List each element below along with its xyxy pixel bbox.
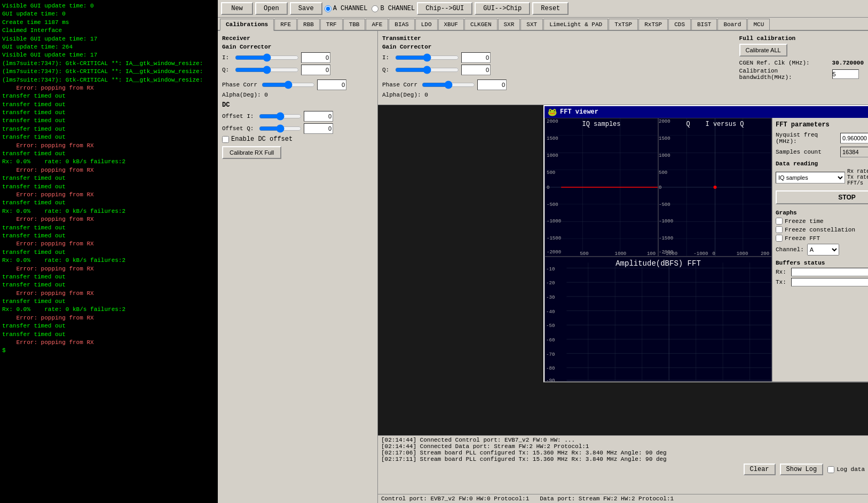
offset-i-slider[interactable] [259,112,302,121]
tab-rfe[interactable]: RFE [274,19,297,30]
stop-button[interactable]: STOP [776,190,868,204]
channel-select[interactable]: A B [807,244,839,256]
tabs-bar: CalibrationsRFERBBTRFTBBAFEBIASLDOXBUFCL… [218,18,868,31]
rx-i-input[interactable] [301,52,330,63]
rx-q-label: Q: [222,67,233,73]
rx-phase-slider[interactable] [262,81,315,89]
fft-titlebar[interactable]: 🐸 FFT viewer _ □ ✕ [545,106,868,118]
console-line: transfer timed out [2,281,216,289]
samples-count-input[interactable] [840,147,868,157]
tab-trf[interactable]: TRF [320,19,343,30]
chip-to-gui-button[interactable]: Chip-->GUI [417,2,472,15]
rx-i-slider[interactable] [235,53,299,62]
tab-rxtsp[interactable]: RxTSP [638,19,668,30]
offset-q-input[interactable] [304,123,333,134]
tx-phase-slider[interactable] [422,81,475,89]
tab-clkgen[interactable]: CLKGEN [464,19,498,30]
console-line: transfer timed out [2,224,216,232]
tab-limelight---pad[interactable]: LimeLight & PAD [543,19,608,30]
show-log-button[interactable]: Show Log [780,464,824,475]
buffers-status-heading: Buffers status [776,260,868,266]
control-port-status: Control port: EVB7_v2 FW:0 HW:0 Protocol… [381,496,529,502]
reset-button[interactable]: Reset [532,2,569,15]
console-line: transfer timed out [2,125,216,133]
rx-phase-input[interactable] [317,79,346,90]
svg-text:-2000: -2000 [547,250,561,255]
new-button[interactable]: New [221,2,253,15]
gui-to-chip-button[interactable]: GUI-->Chip [475,2,530,15]
console-line: Error: popping from RX [2,166,216,174]
transmitter-section: Transmitter Gain Corrector I: Q: [382,35,723,100]
a-channel-radio[interactable] [325,5,332,12]
tab-tbb[interactable]: TBB [343,19,366,30]
console-line: (lms7suite:7347): Gtk-CRITICAL **: IA__g… [2,68,216,76]
tab-sxr[interactable]: SXR [498,19,520,30]
svg-text:1500: 1500 [547,136,558,141]
data-reading-heading: Data reading [776,161,868,167]
right-calibrations: Transmitter Gain Corrector I: Q: [378,31,868,503]
freeze-fft-label: Freeze FFT [785,235,820,242]
fft-chart-title: Amplitude(dBFS) FFT [616,259,701,268]
log-data-checkbox[interactable] [827,466,834,473]
tab-calibrations[interactable]: Calibrations [220,19,274,31]
tx-rate-value: Tx rate: 0 B/s [847,174,868,180]
console-line: transfer timed out [2,273,216,281]
tx-q-input[interactable] [461,65,491,75]
offset-i-input[interactable] [304,111,333,122]
nyquist-label: Nyquist freq (MHz): [776,132,838,145]
tx-q-label: Q: [382,67,393,73]
tab-sxt[interactable]: SXT [520,19,543,30]
console-line: Visible GUI update time: 0 [2,2,216,10]
a-channel-label[interactable]: A CHANNEL [325,5,368,12]
b-channel-radio[interactable] [372,5,378,12]
save-button[interactable]: Save [290,2,322,15]
tab-ldo[interactable]: LDO [415,19,438,30]
nyquist-input[interactable] [840,133,868,143]
tx-phase-input[interactable] [477,79,507,90]
i-vs-q-title: Q I versus Q [686,121,744,128]
tab-board[interactable]: Board [717,19,747,30]
console-line: transfer timed out [2,331,216,339]
console-line: transfer timed out [2,101,216,109]
freeze-time-checkbox[interactable] [776,218,783,225]
freeze-constellation-checkbox[interactable] [776,226,783,233]
b-channel-label[interactable]: B CHANNEL [372,5,415,12]
tab-afe[interactable]: AFE [366,19,388,30]
svg-text:-500: -500 [547,202,558,207]
tab-bist[interactable]: BIST [691,19,717,30]
tab-txtsp[interactable]: TxTSP [609,19,638,30]
graphs-heading: Graphs [776,210,868,216]
console-line: GUI update time: 0 [2,10,216,18]
svg-text:-1500: -1500 [659,236,673,241]
clear-button[interactable]: Clear [744,464,776,475]
console-line: Error: popping from RX [2,265,216,273]
freeze-fft-checkbox[interactable] [776,235,783,242]
tab-bias[interactable]: BIAS [389,19,414,30]
svg-text:200: 200 [761,251,769,256]
tab-xbuf[interactable]: XBUF [438,19,464,30]
data-reading-select[interactable]: IQ samples [776,172,845,183]
tab-cds[interactable]: CDS [668,19,691,30]
enable-dc-offset-checkbox[interactable] [222,136,229,143]
tx-i-input[interactable] [461,52,491,63]
open-button[interactable]: Open [255,2,288,15]
gain-corrector-receiver: Gain Corrector I: Q: [222,44,373,75]
tab-mcu[interactable]: MCU [747,19,770,30]
log-data-label: Log data [837,466,865,473]
rx-q-input[interactable] [301,65,330,75]
calibrate-rx-full-button[interactable]: Calibrate RX Full [222,146,281,159]
calibrate-all-button[interactable]: Calibrate ALL [739,44,787,57]
rx-buffer-label: Rx: [776,269,789,275]
svg-text:-30: -30 [546,294,555,300]
charts-section: IQ samples [545,118,772,381]
bandwidth-input[interactable] [832,69,859,79]
offset-q-slider[interactable] [259,124,302,133]
console-line: Error: popping from RX [2,314,216,322]
enable-dc-offset-label: Enable DC offset [231,135,293,143]
tab-rbb[interactable]: RBB [297,19,320,30]
tx-i-slider[interactable] [395,53,459,62]
svg-text:500: 500 [547,170,555,175]
fft-params-panel: FFT parameters Nyquist freq (MHz): Sampl… [772,118,868,381]
rx-q-slider[interactable] [235,66,299,74]
tx-q-slider[interactable] [395,66,459,74]
